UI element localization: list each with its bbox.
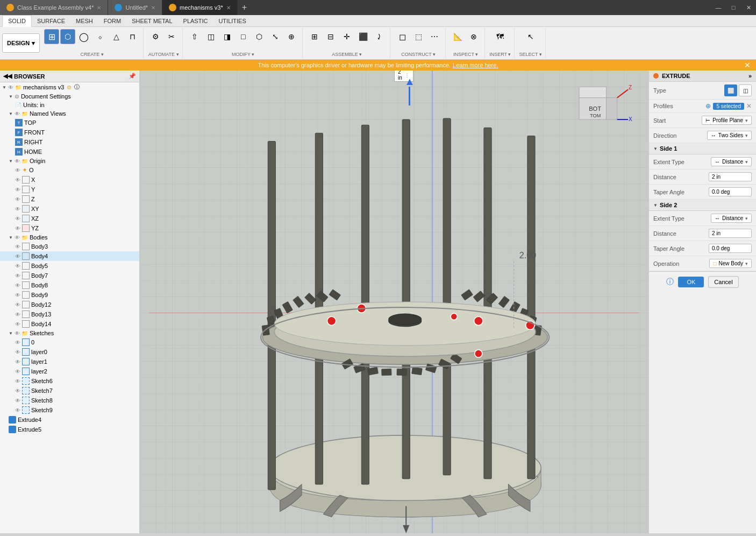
eye-xz[interactable]: 👁 [15,216,20,222]
joint-btn[interactable]: ⊞ [307,29,322,44]
notification-link[interactable]: Learn more here. [453,62,498,68]
automate-btn2[interactable]: ✂ [164,29,179,44]
eye-x[interactable]: 👁 [15,177,20,183]
draft-btn[interactable]: ⬡ [252,29,267,44]
tab-form[interactable]: FORM [98,15,126,27]
browser-item-body7[interactable]: 👁 Body7 [0,271,139,280]
eye-body14[interactable]: 👁 [15,321,20,327]
direction-dropdown[interactable]: ↔ Two Sides ▾ [707,131,752,140]
side2-taper-input[interactable] [709,244,752,253]
viewport[interactable]: 2 in ⋮ 2 in ⋮ ▲ [140,70,648,533]
design-button[interactable]: DESIGN ▾ [2,33,40,53]
eye-z[interactable]: 👁 [15,196,20,202]
select-btn[interactable]: ↖ [523,29,538,44]
extrude-button[interactable]: ⬡ [60,29,75,44]
panel-expand-icon[interactable]: » [748,73,752,79]
browser-item-origin[interactable]: ▼ 👁 📁 Origin [0,157,139,165]
midplane-btn[interactable]: ⬚ [411,29,426,44]
eye-layer2[interactable]: 👁 [15,369,20,375]
eye-bodies[interactable]: 👁 [15,235,20,241]
browser-item-x[interactable]: 👁 X [0,175,139,185]
browser-item-body12[interactable]: 👁 Body12 [0,300,139,309]
operation-dropdown[interactable]: □ New Body ▾ [709,259,752,268]
browser-item-bodies[interactable]: ▼ 👁 📁 Bodies [0,233,139,242]
browser-item-xz[interactable]: 👁 XZ [0,214,139,223]
browser-item-sketch8[interactable]: 👁 Sketch8 [0,396,139,405]
browser-item-body4[interactable]: 👁 Body4 [0,251,139,261]
maximize-button[interactable]: □ [726,0,741,15]
notification-close[interactable]: ✕ [744,61,751,69]
ok-button[interactable]: OK [678,277,704,287]
offset-plane-btn[interactable]: ◻ [395,29,410,44]
combine-btn[interactable]: ⊕ [284,29,299,44]
browser-item-sketch6[interactable]: 👁 Sketch6 [0,376,139,386]
eye-xy[interactable]: 👁 [15,206,20,212]
eye-body3[interactable]: 👁 [15,244,20,250]
browser-item-o[interactable]: 👁 ✦ O [0,165,139,175]
automate-btn1[interactable]: ⚙ [148,29,163,44]
construct-btn3[interactable]: ⋯ [427,29,442,44]
eye-sketch0[interactable]: 👁 [15,340,20,345]
eye-body13[interactable]: 👁 [15,312,20,318]
shell-btn[interactable]: □ [236,29,251,44]
browser-item-z[interactable]: 👁 Z [0,194,139,204]
as-built-joint-btn[interactable]: ⊟ [323,29,338,44]
side2-extent-dropdown[interactable]: ↔ Distance ▾ [711,214,752,223]
profiles-clear-button[interactable]: ✕ [746,102,752,110]
eye-root[interactable]: 👁 [8,84,13,90]
scale-btn[interactable]: ⤡ [268,29,283,44]
browser-item-sketch0[interactable]: 👁 0 [0,337,139,347]
tab-close-untitled[interactable]: ✕ [151,5,155,11]
eye-y[interactable]: 👁 [15,187,20,193]
tab-mechanisms[interactable]: mechanisms v3* ✕ [162,0,238,15]
eye-origin[interactable]: 👁 [15,158,20,164]
drive-joints-btn[interactable]: ⤸ [372,29,387,44]
browser-item-extrude5[interactable]: Extrude5 [0,425,139,434]
revolve-button[interactable]: ◯ [76,29,91,44]
insert-mesh-btn[interactable]: 🗺 [493,29,508,44]
eye-sketch9[interactable]: 👁 [15,407,20,413]
browser-item-y[interactable]: 👁 Y [0,185,139,194]
eye-body8[interactable]: 👁 [15,283,20,288]
browser-item-units[interactable]: 📄 Units: in [0,101,139,109]
tab-sheet-metal[interactable]: SHEET METAL [126,15,177,27]
eye-sketch8[interactable]: 👁 [15,398,20,404]
eye-sketch6[interactable]: 👁 [15,378,20,384]
browser-item-right[interactable]: R RIGHT [0,137,139,147]
browser-item-top[interactable]: T TOP [0,118,139,128]
loft-button[interactable]: △ [109,29,124,44]
measure-btn[interactable]: 📐 [450,29,465,44]
eye-sketches[interactable]: 👁 [15,330,20,336]
tab-solid[interactable]: SOLID [2,15,32,27]
new-tab-button[interactable]: + [238,3,251,12]
eye-yz[interactable]: 👁 [15,225,20,231]
eye-layer1[interactable]: 👁 [15,359,20,365]
type-surface-button[interactable]: ◫ [739,84,752,96]
browser-root[interactable]: ▼ 👁 📁 mechanisms v3 ⚙ ⓘ [0,82,139,92]
eye-named-views[interactable]: 👁 [15,111,20,117]
browser-item-body14[interactable]: 👁 Body14 [0,319,139,329]
browser-item-named-views[interactable]: ▼ 👁 📁 Named Views [0,109,139,118]
joint-origin-btn[interactable]: ✛ [339,29,354,44]
eye-sketch7[interactable]: 👁 [15,388,20,394]
side1-header[interactable]: ▼ Side 1 [649,143,756,154]
settings-icon[interactable]: ⚙ [67,84,72,90]
collapse-browser-icon[interactable]: ◀◀ [3,73,12,80]
sweep-button[interactable]: ⬦ [92,29,108,44]
interference-btn[interactable]: ⊗ [466,29,481,44]
eye-layer0[interactable]: 👁 [15,349,20,355]
browser-item-doc-settings[interactable]: ▼ ⚙ Document Settings [0,92,139,101]
browser-item-sketch7[interactable]: 👁 Sketch7 [0,386,139,396]
rib-button[interactable]: ⊓ [125,29,140,44]
tab-mesh[interactable]: MESH [70,15,98,27]
browser-item-xy[interactable]: 👁 XY [0,204,139,214]
eye-o[interactable]: 👁 [15,167,20,173]
eye-body12[interactable]: 👁 [15,302,20,308]
eye-body7[interactable]: 👁 [15,273,20,279]
tab-close-class[interactable]: ✕ [97,5,101,11]
rigid-group-btn[interactable]: ⬛ [355,29,370,44]
close-button[interactable]: ✕ [741,0,756,15]
browser-item-body5[interactable]: 👁 Body5 [0,261,139,271]
eye-body9[interactable]: 👁 [15,292,20,298]
tab-plastic[interactable]: PLASTIC [178,15,213,27]
